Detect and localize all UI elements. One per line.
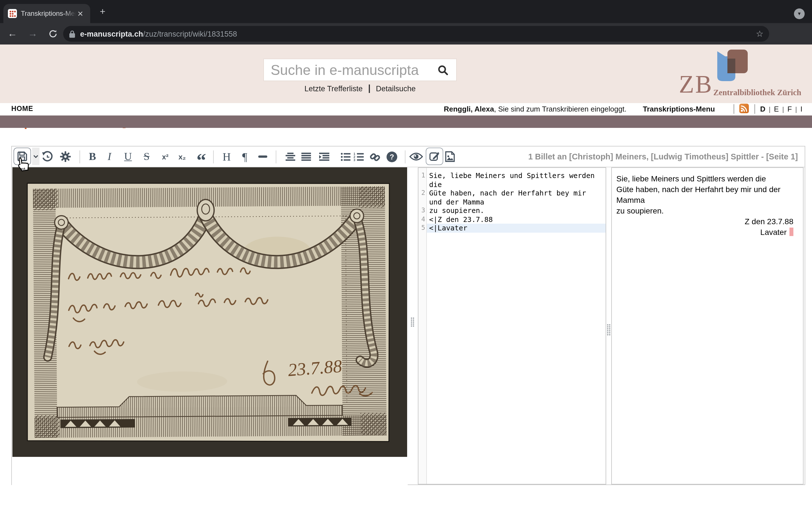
svg-text:3: 3 (354, 158, 355, 161)
page-title: 1 Billet an [Christoph] Meiners, [Ludwig… (528, 147, 798, 167)
manuscript-image-pane: 23.7.88 (12, 167, 408, 485)
heading-button[interactable]: H (223, 147, 231, 167)
preview-line-right: Lavater (616, 227, 794, 238)
line-text[interactable]: die (427, 180, 606, 189)
align-center-icon (286, 152, 295, 161)
link-letzte-trefferliste[interactable]: Letzte Trefferliste (305, 84, 363, 93)
bold-button[interactable]: B (89, 147, 96, 167)
numbered-list-button[interactable]: 1 2 3 (354, 147, 364, 167)
back-button[interactable]: ← (4, 26, 20, 42)
browser-toolbar: ← → e-manuscripta.ch/zuz/transcript/wiki… (0, 23, 812, 45)
gear-icon (60, 151, 71, 162)
editor-line[interactable]: 2Güte haben, nach der Herfahrt bey mir (418, 189, 606, 198)
lang-i[interactable]: I (801, 105, 802, 113)
link-icon (370, 151, 380, 162)
search-icon[interactable] (438, 64, 448, 75)
new-tab-button[interactable]: + (96, 5, 109, 18)
editor-line[interactable]: 1Sie, liebe Meiners und Spittlers werden (418, 171, 606, 180)
bookmark-star-icon[interactable]: ☆ (756, 29, 763, 39)
preview-button[interactable] (409, 147, 423, 167)
browser-window: Transkriptions-Menu / Bearbeit ✕ + ▼ ← →… (0, 0, 812, 507)
save-icon (17, 151, 28, 162)
editor-line[interactable]: 5<|Lavater (418, 224, 606, 232)
nav-separator (755, 104, 755, 114)
tab-strip: Transkriptions-Menu / Bearbeit ✕ + ▼ (0, 0, 812, 23)
preview-text: Sie, liebe Meiners und Spittlers werden … (612, 168, 803, 238)
pane-resize-handle[interactable] (607, 324, 611, 336)
tab-title: Transkriptions-Menu / Bearbeit (21, 10, 76, 17)
nav-home-link[interactable]: HOME (11, 105, 33, 113)
url-bar[interactable]: e-manuscripta.ch/zuz/transcript/wiki/183… (63, 26, 769, 42)
lang-d[interactable]: D (760, 105, 765, 113)
indent-button[interactable] (319, 147, 329, 167)
editor-line[interactable]: die (418, 180, 606, 189)
zb-letters: ZB (679, 73, 713, 96)
edit-pencil-icon (429, 151, 440, 162)
header-links: Letzte Trefferliste Detailsuche (263, 84, 457, 93)
lang-e[interactable]: E (774, 105, 779, 113)
toolbar-separator (80, 151, 80, 163)
eye-icon (409, 152, 423, 161)
line-text[interactable]: und der Mamma (427, 198, 606, 206)
line-number: 2 (418, 189, 427, 198)
line-text[interactable]: zu soupieren. (427, 206, 606, 215)
bullet-list-button[interactable] (341, 147, 350, 167)
rss-button[interactable] (739, 104, 749, 115)
editor-line[interactable]: und der Mamma (418, 198, 606, 206)
forward-button[interactable]: → (25, 26, 41, 42)
tab-close-icon[interactable]: ✕ (77, 9, 84, 18)
lock-icon (69, 30, 75, 38)
transcription-editor[interactable]: 1Sie, liebe Meiners und Spittlers werden… (418, 167, 606, 485)
favicon (8, 9, 17, 18)
preview-line-right: Z den 23.7.88 (616, 216, 794, 227)
transcription-workspace: B I U S x² x₂ “ H ¶ (11, 146, 805, 485)
editor-lines[interactable]: 1Sie, liebe Meiners und Spittlers werden… (418, 171, 606, 232)
preview-line: Güte haben, nach der Herfahrt bey mir un… (616, 184, 794, 195)
link-detailsuche[interactable]: Detailsuche (376, 84, 416, 93)
search-input[interactable]: Suche in e-manuscripta (263, 59, 457, 81)
editor-line[interactable]: 4<|Z den 23.7.88 (418, 215, 606, 224)
line-text[interactable]: Sie, liebe Meiners und Spittlers werden (427, 171, 606, 180)
strikethrough-button[interactable]: S (144, 147, 149, 167)
url-text: e-manuscripta.ch/zuz/transcript/wiki/183… (80, 30, 237, 38)
toolbar-separator (213, 151, 214, 163)
editor-panes: 23.7.88 (12, 167, 805, 485)
question-icon: ? (387, 151, 397, 162)
subscript-button[interactable]: x₂ (179, 147, 186, 167)
link-button[interactable] (370, 147, 380, 167)
line-text[interactable]: Güte haben, nach der Herfahrt bey mir (427, 189, 606, 198)
settings-button[interactable] (60, 147, 71, 167)
indent-icon (319, 152, 329, 161)
lang-f[interactable]: F (788, 105, 792, 113)
zb-logo[interactable]: ZB Zentralbibliothek Zürich (679, 73, 713, 96)
underline-button[interactable]: U (124, 147, 132, 167)
pane-resize-handle[interactable] (410, 317, 414, 327)
align-justify-icon (301, 152, 311, 161)
save-dropdown-button[interactable] (32, 148, 40, 165)
undo-button[interactable] (42, 147, 53, 167)
save-button[interactable] (13, 148, 31, 165)
line-text[interactable]: <|Lavater (427, 224, 606, 232)
lang-separator: | (769, 105, 770, 113)
blockquote-button[interactable]: “ (197, 147, 206, 167)
collab-caret (790, 228, 794, 236)
paragraph-button[interactable]: ¶ (242, 147, 247, 167)
nav-transkriptions-menu[interactable]: Transkriptions-Menu (643, 105, 715, 113)
horizontal-rule-button[interactable] (258, 147, 267, 167)
editor-line[interactable]: 3zu soupieren. (418, 206, 606, 215)
tab-search-button[interactable]: ▼ (794, 8, 805, 19)
reload-button[interactable] (45, 26, 61, 42)
align-center-button[interactable] (286, 147, 295, 167)
superscript-button[interactable]: x² (162, 147, 168, 167)
help-button[interactable]: ? (387, 147, 397, 167)
user-status-text: , Sie sind zum Transkribieren eingeloggt… (494, 105, 626, 113)
italic-button[interactable]: I (108, 147, 111, 167)
horizontal-rule-icon (258, 155, 267, 158)
align-justify-button[interactable] (301, 147, 311, 167)
browser-tab[interactable]: Transkriptions-Menu / Bearbeit ✕ (3, 4, 90, 23)
line-number (418, 180, 427, 189)
rss-icon (739, 104, 749, 113)
line-text[interactable]: <|Z den 23.7.88 (427, 215, 606, 224)
image-button[interactable] (445, 147, 455, 167)
edit-mode-button[interactable] (426, 148, 443, 165)
